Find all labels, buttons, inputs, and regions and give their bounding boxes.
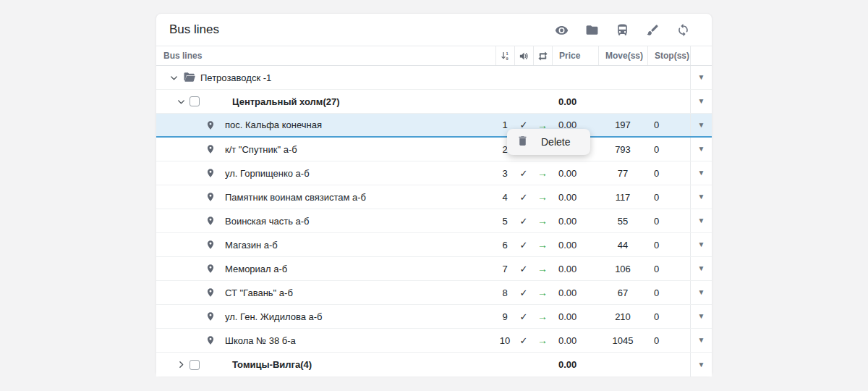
- stop-row[interactable]: к/т "Спутник" а-б2✓→0.007930▼: [156, 138, 712, 161]
- stop-row[interactable]: Мемориал а-б7✓→0.001060▼: [156, 257, 712, 281]
- folder-icon[interactable]: [585, 23, 599, 37]
- sort-numeric-icon[interactable]: 19: [495, 46, 514, 65]
- folder-row[interactable]: Петрозаводск -1▼: [156, 66, 712, 90]
- name-cell: Центральный холм(27): [156, 90, 495, 113]
- price-cell: 0.00: [552, 281, 598, 304]
- price-cell: 0.00: [552, 161, 598, 185]
- move-cell: 210: [598, 305, 647, 328]
- arrow-cell: →: [533, 281, 552, 304]
- row-menu-caret[interactable]: ▼: [690, 233, 712, 256]
- caret-down-icon: ▼: [698, 98, 705, 105]
- group-checkbox[interactable]: [190, 96, 200, 106]
- stop-cell: 0: [647, 209, 690, 232]
- map-pin-icon: [205, 119, 216, 131]
- name-cell: пос. Кальфа конечная: [156, 114, 495, 136]
- svg-text:9: 9: [506, 56, 508, 60]
- arrow-cell: →: [533, 305, 552, 328]
- panel-toolbar: [555, 23, 690, 37]
- name-cell: Магазин а-б: [156, 233, 495, 256]
- caret-down-icon: ▼: [698, 169, 705, 177]
- row-menu-caret[interactable]: ▼: [690, 161, 712, 185]
- name-cell: СТ "Гавань" а-б: [156, 281, 495, 304]
- arrow-cell: →: [533, 161, 552, 185]
- volume-icon[interactable]: [514, 46, 533, 65]
- context-menu-item-delete[interactable]: Delete: [541, 136, 570, 148]
- num-cell: 4: [495, 185, 514, 209]
- bus-lines-panel: Bus lines Bus lines 19 Price Move(ss) St…: [156, 13, 712, 376]
- stop-cell: 0: [647, 114, 690, 136]
- caret-down-icon: ▼: [698, 217, 705, 224]
- stop-row[interactable]: пос. Кальфа конечная1✓→0.001970▼: [156, 114, 712, 138]
- map-pin-icon: [205, 143, 216, 155]
- bus-icon[interactable]: [616, 23, 629, 37]
- move-cell: 793: [598, 138, 647, 161]
- price-cell: 0.00: [552, 90, 598, 113]
- caret-down-icon: ▼: [698, 241, 705, 248]
- row-menu-caret[interactable]: ▼: [690, 66, 712, 89]
- caret-down-icon: ▼: [698, 289, 705, 296]
- row-menu-caret[interactable]: ▼: [690, 305, 712, 328]
- eye-icon[interactable]: [555, 23, 569, 37]
- brush-icon[interactable]: [646, 23, 660, 37]
- row-menu-caret[interactable]: ▼: [690, 90, 712, 113]
- stop-row[interactable]: Магазин а-б6✓→0.00440▼: [156, 233, 712, 257]
- num-cell: 3: [495, 161, 514, 185]
- move-cell: 55: [598, 209, 647, 232]
- map-pin-icon: [205, 311, 216, 322]
- row-menu-caret[interactable]: ▼: [690, 281, 712, 304]
- map-pin-icon: [205, 335, 216, 346]
- stop-row[interactable]: Воинская часть а-б5✓→0.00550▼: [156, 209, 712, 233]
- stop-row[interactable]: СТ "Гавань" а-б8✓→0.00670▼: [156, 281, 712, 305]
- row-menu-caret[interactable]: ▼: [690, 138, 712, 161]
- map-pin-icon: [205, 167, 216, 179]
- check-cell: ✓: [514, 281, 533, 304]
- num-cell: 10: [495, 329, 514, 352]
- stop-cell: 0: [647, 305, 690, 328]
- stop-row[interactable]: ул. Горпищенко а-б3✓→0.00770▼: [156, 161, 712, 185]
- chevron-down-icon[interactable]: [169, 73, 179, 83]
- arrow-cell: [533, 90, 552, 113]
- context-menu[interactable]: Delete: [507, 129, 590, 155]
- check-cell: [514, 90, 533, 113]
- num-cell: 6: [495, 233, 514, 256]
- arrow-cell: →: [533, 209, 552, 232]
- row-menu-caret[interactable]: ▼: [690, 329, 712, 352]
- group-row[interactable]: Центральный холм(27)0.00▼: [156, 90, 712, 114]
- stop-cell: [647, 353, 690, 377]
- row-label: Памятник воинам связистам а-б: [225, 192, 366, 203]
- group-checkbox[interactable]: [190, 360, 200, 370]
- check-cell: ✓: [514, 185, 533, 209]
- row-menu-caret[interactable]: ▼: [690, 209, 712, 232]
- chevron-right-icon[interactable]: [176, 360, 186, 369]
- stop-cell: 0: [647, 233, 690, 256]
- panel-title: Bus lines: [169, 22, 555, 37]
- stop-row[interactable]: ул. Ген. Жидилова а-б9✓→0.002100▼: [156, 305, 712, 329]
- repeat-icon[interactable]: [533, 46, 552, 65]
- stop-row[interactable]: Школа № 38 б-а10✓→0.0010450▼: [156, 329, 712, 353]
- row-menu-caret[interactable]: ▼: [690, 257, 712, 280]
- move-cell: [598, 66, 647, 89]
- name-cell: Школа № 38 б-а: [156, 329, 495, 352]
- row-menu-caret[interactable]: ▼: [690, 185, 712, 209]
- name-cell: ул. Ген. Жидилова а-б: [156, 305, 495, 328]
- svg-text:1: 1: [506, 51, 508, 56]
- arrow-cell: →: [533, 185, 552, 209]
- caret-down-icon: ▼: [698, 337, 705, 344]
- group-row[interactable]: Томицы-Вилга(4)0.00▼: [156, 353, 712, 377]
- row-menu-caret[interactable]: ▼: [690, 353, 712, 377]
- check-cell: ✓: [514, 233, 533, 256]
- column-header-move: Move(ss): [598, 46, 647, 65]
- move-cell: 117: [598, 185, 647, 209]
- check-cell: ✓: [514, 209, 533, 232]
- check-cell: ✓: [514, 161, 533, 185]
- move-cell: 106: [598, 257, 647, 280]
- map-pin-icon: [205, 191, 216, 203]
- name-cell: к/т "Спутник" а-б: [156, 138, 495, 161]
- chevron-down-icon[interactable]: [176, 97, 186, 106]
- arrow-cell: →: [533, 329, 552, 352]
- column-header-price: Price: [552, 46, 598, 65]
- stop-row[interactable]: Памятник воинам связистам а-б4✓→0.001170…: [156, 185, 712, 209]
- row-menu-caret[interactable]: ▼: [690, 114, 712, 136]
- caret-down-icon: ▼: [698, 74, 705, 81]
- refresh-icon[interactable]: [676, 23, 690, 37]
